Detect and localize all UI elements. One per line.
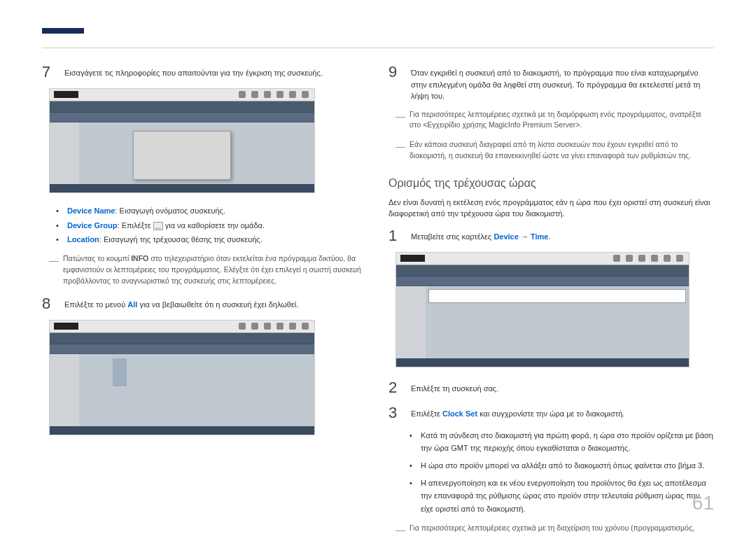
- note-info-button: ― Πατώντας το κουμπί INFO στο τηλεχειρισ…: [49, 253, 368, 286]
- dash-icon: ―: [49, 253, 57, 286]
- section-title-time: Ορισμός της τρέχουσας ώρας: [388, 177, 714, 190]
- step-text: Επιλέξτε το μενού All για να βεβαιωθείτε…: [64, 295, 298, 313]
- note-text: Πατώντας το κουμπί INFO στο τηλεχειριστή…: [63, 253, 368, 286]
- bullet-text: Location: Εισαγωγή της τρέχουσας θέσης τ…: [67, 233, 262, 246]
- sub-bullet-3: •Η απενεργοποίηση και εκ νέου ενεργοποίη…: [410, 477, 714, 516]
- header-divider: [42, 48, 714, 48]
- note-time-management: ― Για περισσότερες λεπτομέρειες σχετικά …: [396, 523, 714, 534]
- left-column: 7 Εισαγάγετε τις πληροφορίες που απαιτού…: [42, 63, 368, 534]
- dash-icon: ―: [396, 523, 404, 534]
- step-number: 7: [42, 63, 55, 81]
- page-number: 61: [692, 492, 714, 514]
- browse-icon: [153, 222, 163, 230]
- bullet-device-name: • Device Name: Εισαγωγή ονόματος συσκευή…: [56, 204, 368, 218]
- sub-bullets: •Κατά τη σύνδεση στο διακομιστή για πρώτ…: [410, 429, 714, 516]
- step-7: 7 Εισαγάγετε τις πληροφορίες που απαιτού…: [42, 63, 368, 81]
- step-number: 2: [388, 379, 401, 397]
- bullet-dot: •: [56, 204, 62, 218]
- bullet-device-group: • Device Group: Επιλέξτε για να καθορίσε…: [56, 219, 368, 232]
- step-1: 1 Μεταβείτε στις καρτέλες Device → Time.: [388, 227, 714, 245]
- note-text: Εάν κάποια συσκευή διαγραφεί από τη λίστ…: [410, 139, 714, 162]
- step-text: Εισαγάγετε τις πληροφορίες που απαιτούντ…: [64, 63, 323, 81]
- screenshot-approval-dialog: [49, 88, 315, 193]
- note-text: Για περισσότερες λεπτομέρειες σχετικά με…: [410, 523, 714, 534]
- step-text: Όταν εγκριθεί η συσκευή από το διακομιστ…: [411, 63, 714, 102]
- sub-bullet-1: •Κατά τη σύνδεση στο διακομιστή για πρώτ…: [410, 429, 714, 455]
- dash-icon: ―: [396, 109, 404, 132]
- step-9: 9 Όταν εγκριθεί η συσκευή από το διακομι…: [388, 63, 714, 102]
- bullet-location: • Location: Εισαγωγή της τρέχουσας θέσης…: [56, 233, 368, 246]
- step-text: Μεταβείτε στις καρτέλες Device → Time.: [411, 227, 551, 245]
- step-text: Επιλέξτε τη συσκευή σας.: [411, 379, 498, 397]
- dash-icon: ―: [396, 139, 404, 162]
- section-intro: Δεν είναι δυνατή η εκτέλεση ενός προγράμ…: [388, 197, 714, 220]
- bullet-dot: •: [410, 477, 415, 516]
- step-number: 8: [42, 295, 55, 313]
- screenshot-device-time: [396, 252, 690, 367]
- bullet-dot: •: [410, 459, 415, 472]
- step-text: Επιλέξτε Clock Set και συγχρονίστε την ώ…: [411, 404, 624, 422]
- step-number: 3: [388, 404, 401, 422]
- note-device-delete: ― Εάν κάποια συσκευή διαγραφεί από τη λί…: [396, 139, 714, 162]
- field-bullets: • Device Name: Εισαγωγή ονόματος συσκευή…: [56, 204, 368, 246]
- step-2: 2 Επιλέξτε τη συσκευή σας.: [388, 379, 714, 397]
- bullet-text: Device Group: Επιλέξτε για να καθορίσετε…: [67, 219, 265, 232]
- step-number: 1: [388, 227, 401, 245]
- sub-text: Η απενεργοποίηση και εκ νέου ενεργοποίησ…: [421, 477, 714, 516]
- step-3: 3 Επιλέξτε Clock Set και συγχρονίστε την…: [388, 404, 714, 422]
- header-bar: [42, 28, 84, 34]
- screenshot-all-menu: [49, 320, 315, 435]
- step-8: 8 Επιλέξτε το μενού All για να βεβαιωθεί…: [42, 295, 368, 313]
- bullet-dot: •: [56, 233, 62, 246]
- bullet-dot: •: [410, 429, 415, 455]
- sub-bullet-2: •Η ώρα στο προϊόν μπορεί να αλλάξει από …: [410, 459, 714, 472]
- content-columns: 7 Εισαγάγετε τις πληροφορίες που απαιτού…: [42, 63, 714, 534]
- bullet-dot: •: [56, 219, 62, 232]
- bullet-text: Device Name: Εισαγωγή ονόματος συσκευής.: [67, 204, 225, 218]
- note-program-config: ― Για περισσότερες λεπτομέρειες σχετικά …: [396, 109, 714, 132]
- step-number: 9: [388, 63, 401, 102]
- sub-text: Η ώρα στο προϊόν μπορεί να αλλάξει από τ…: [421, 459, 704, 472]
- note-text: Για περισσότερες λεπτομέρειες σχετικά με…: [410, 109, 714, 132]
- sub-text: Κατά τη σύνδεση στο διακομιστή για πρώτη…: [421, 429, 714, 455]
- right-column: 9 Όταν εγκριθεί η συσκευή από το διακομι…: [388, 63, 714, 534]
